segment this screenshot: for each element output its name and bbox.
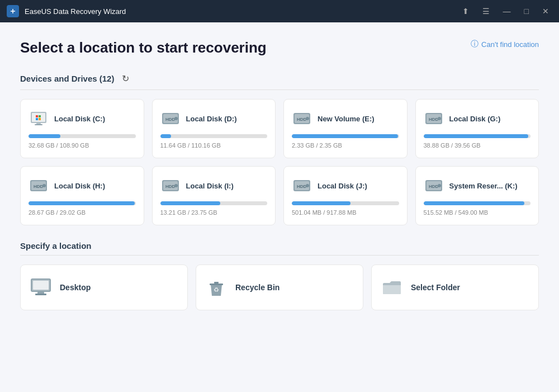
page-title: Select a location to start recovering [20, 39, 427, 56]
svg-rect-4 [39, 115, 41, 117]
drive-card-3[interactable]: HDD Local Disk (G:) 38.88 GB / 39.56 GB [415, 99, 539, 158]
drive-card-1[interactable]: HDD Local Disk (D:) 11.64 GB / 110.16 GB [152, 99, 276, 158]
progress-fill-0 [29, 134, 60, 138]
progress-fill-2 [292, 134, 398, 138]
location-name-0: Desktop [60, 283, 91, 292]
refresh-button[interactable]: ↻ [120, 72, 131, 85]
drive-name-0: Local Disk (C:) [54, 115, 105, 123]
drive-card-4[interactable]: HDD Local Disk (H:) 28.67 GB / 29.02 GB [20, 166, 144, 225]
progress-fill-6 [292, 201, 350, 205]
svg-rect-42 [210, 284, 223, 285]
drive-card-top: Local Disk (C:) [29, 108, 136, 129]
specify-section-title: Specify a location [20, 241, 92, 251]
drive-size-6: 501.04 MB / 917.88 MB [292, 209, 399, 216]
svg-rect-40 [35, 294, 46, 295]
svg-point-24 [42, 184, 46, 187]
svg-rect-3 [36, 115, 38, 117]
svg-rect-6 [39, 118, 41, 120]
minimize-button[interactable]: — [500, 5, 514, 17]
drive-icon-0 [29, 108, 49, 129]
drive-name-2: New Volume (E:) [318, 115, 375, 123]
drive-name-5: Local Disk (I:) [186, 182, 234, 190]
location-card-desktop[interactable]: Desktop [20, 265, 188, 310]
drive-size-2: 2.33 GB / 2.35 GB [292, 142, 399, 149]
svg-text:HDD: HDD [165, 117, 176, 122]
drive-card-7[interactable]: HDD System Reser... (K:) 515.52 MB / 549… [415, 166, 539, 225]
svg-text:HDD: HDD [34, 184, 44, 189]
specify-section-header: Specify a location [20, 241, 539, 256]
drive-card-2[interactable]: HDD New Volume (E:) 2.33 GB / 2.35 GB [283, 99, 408, 158]
drive-name-4: Local Disk (H:) [54, 182, 105, 190]
close-button[interactable]: ✕ [539, 5, 552, 17]
drive-card-top: HDD Local Disk (J:) [292, 176, 399, 196]
cant-find-link[interactable]: ⓘ Can't find location [471, 39, 539, 49]
location-card-folder[interactable]: Select Folder [371, 265, 539, 310]
progress-bg-4 [29, 201, 136, 205]
progress-fill-4 [29, 201, 135, 205]
drives-grid: Local Disk (C:) 32.68 GB / 108.90 GB HDD… [20, 99, 539, 225]
drive-card-top: HDD System Reser... (K:) [424, 176, 531, 196]
progress-fill-7 [424, 201, 524, 205]
specify-section: Specify a location Desktop ♻ Recycle Bin… [20, 241, 539, 310]
drive-card-top: HDD Local Disk (G:) [424, 108, 531, 129]
drive-name-1: Local Disk (D:) [186, 115, 237, 123]
svg-text:HDD: HDD [297, 117, 307, 122]
drive-card-6[interactable]: HDD Local Disk (J:) 501.04 MB / 917.88 M… [283, 166, 408, 225]
progress-bg-2 [292, 134, 399, 138]
svg-rect-5 [36, 118, 38, 120]
app-logo [7, 5, 19, 17]
desktop-icon [30, 276, 52, 299]
drive-icon-1: HDD [160, 108, 181, 129]
drive-icon-6: HDD [292, 176, 312, 196]
progress-bg-0 [29, 134, 136, 138]
maximize-button[interactable]: □ [521, 5, 532, 17]
recycle-icon: ♻ [205, 276, 228, 299]
drive-size-7: 515.52 MB / 549.00 MB [424, 209, 531, 216]
drive-icon-2: HDD [292, 108, 312, 129]
content-area: ⓘ Can't find location Select a location … [0, 22, 559, 392]
svg-rect-8 [35, 124, 42, 125]
svg-point-32 [306, 184, 309, 187]
location-card-recycle[interactable]: ♻ Recycle Bin [196, 265, 363, 310]
svg-text:♻: ♻ [214, 286, 219, 293]
drive-name-6: Local Disk (J:) [318, 182, 367, 190]
location-name-1: Recycle Bin [235, 283, 280, 292]
location-name-2: Select Folder [411, 283, 460, 292]
drive-card-5[interactable]: HDD Local Disk (I:) 13.21 GB / 23.75 GB [152, 166, 276, 225]
window-controls: ⬆ ☰ — □ ✕ [459, 5, 552, 17]
share-button[interactable]: ⬆ [459, 5, 472, 17]
drive-size-4: 28.67 GB / 29.02 GB [29, 209, 136, 216]
help-circle-icon: ⓘ [471, 39, 479, 49]
menu-button[interactable]: ☰ [479, 5, 493, 17]
svg-rect-41 [33, 281, 49, 290]
app-title: EaseUS Data Recovery Wizard [25, 7, 459, 16]
svg-text:HDD: HDD [297, 184, 307, 189]
svg-point-28 [174, 184, 178, 187]
progress-bg-7 [424, 201, 531, 205]
drive-card-top: HDD Local Disk (D:) [160, 108, 268, 129]
drive-card-top: HDD Local Disk (H:) [29, 176, 136, 196]
progress-bg-6 [292, 201, 399, 205]
devices-section-header: Devices and Drives (12) ↻ [20, 72, 539, 90]
svg-point-36 [438, 184, 441, 187]
drive-size-0: 32.68 GB / 108.90 GB [29, 142, 136, 149]
drive-name-3: Local Disk (G:) [449, 115, 501, 123]
svg-point-16 [306, 117, 309, 120]
drive-card-0[interactable]: Local Disk (C:) 32.68 GB / 108.90 GB [20, 99, 144, 158]
main-content: ⓘ Can't find location Select a location … [0, 22, 559, 392]
progress-bg-3 [424, 134, 531, 138]
drive-card-top: HDD New Volume (E:) [292, 108, 399, 129]
svg-point-12 [174, 117, 178, 120]
drive-name-7: System Reser... (K:) [449, 182, 518, 190]
location-grid: Desktop ♻ Recycle Bin Select Folder [20, 265, 539, 310]
progress-fill-5 [160, 201, 220, 205]
folder-icon [381, 276, 403, 299]
svg-text:HDD: HDD [429, 184, 439, 189]
drive-icon-7: HDD [424, 176, 444, 196]
svg-text:HDD: HDD [165, 184, 176, 189]
progress-bg-5 [160, 201, 268, 205]
drive-size-1: 11.64 GB / 110.16 GB [160, 142, 268, 149]
progress-fill-1 [160, 134, 171, 138]
devices-section-title: Devices and Drives (12) [20, 74, 114, 83]
drive-size-3: 38.88 GB / 39.56 GB [424, 142, 531, 149]
